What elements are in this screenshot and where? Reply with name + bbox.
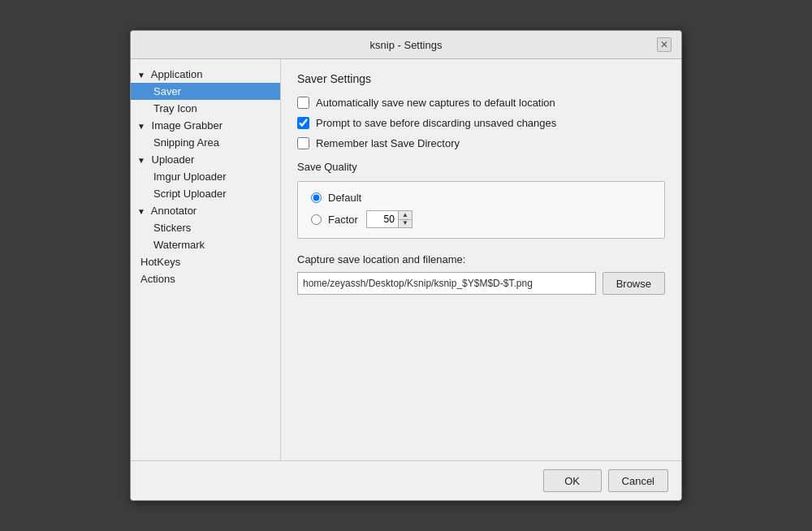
factor-radio-row: Factor 50 ▲ ▼ — [311, 210, 651, 228]
sidebar-item-watermark[interactable]: Watermark — [131, 236, 280, 253]
sidebar-item-label: Application — [151, 68, 203, 80]
dialog-footer: OK Cancel — [131, 460, 681, 500]
sidebar-item-imgur-uploader[interactable]: Imgur Uploader — [131, 168, 280, 185]
remember-dir-row: Remember last Save Directory — [297, 137, 665, 149]
save-quality-box: Default Factor 50 ▲ ▼ — [297, 181, 665, 239]
sidebar-item-label: Uploader — [152, 153, 195, 166]
sidebar-item-snipping-area[interactable]: Snipping Area — [131, 134, 280, 151]
sidebar-item-label: Actions — [140, 273, 175, 285]
sidebar-item-label: Snipping Area — [153, 136, 219, 149]
section-title: Saver Settings — [297, 72, 665, 85]
auto-save-checkbox[interactable] — [297, 97, 309, 109]
settings-dialog: ksnip - Settings ✕ ▼ Application Saver T… — [130, 30, 682, 501]
prompt-save-row: Prompt to save before discarding unsaved… — [297, 117, 665, 129]
sidebar-item-label: Tray Icon — [153, 102, 197, 114]
factor-label[interactable]: Factor — [328, 214, 358, 226]
auto-save-label[interactable]: Automatically save new captures to defau… — [316, 97, 555, 109]
capture-path-input[interactable]: home/zeyassh/Desktop/Ksnip/ksnip_$Y$M$D-… — [297, 272, 596, 295]
sidebar-item-annotator[interactable]: ▼ Annotator — [131, 202, 280, 219]
remember-dir-label[interactable]: Remember last Save Directory — [316, 137, 460, 149]
sidebar-item-saver[interactable]: Saver — [131, 83, 280, 100]
cancel-button[interactable]: Cancel — [608, 469, 668, 492]
save-quality-label: Save Quality — [297, 161, 665, 173]
factor-spinbox: 50 ▲ ▼ — [366, 210, 412, 228]
sidebar: ▼ Application Saver Tray Icon ▼ Image Gr… — [131, 59, 281, 460]
close-button[interactable]: ✕ — [657, 37, 672, 52]
auto-save-row: Automatically save new captures to defau… — [297, 97, 665, 109]
factor-radio[interactable] — [311, 214, 322, 225]
sidebar-item-label: Saver — [153, 85, 181, 97]
sidebar-item-actions[interactable]: Actions — [131, 270, 280, 287]
spinbox-down-button[interactable]: ▼ — [399, 220, 412, 228]
sidebar-item-label: Image Grabber — [152, 119, 222, 132]
arrow-icon: ▼ — [137, 207, 145, 216]
sidebar-item-application[interactable]: ▼ Application — [131, 66, 280, 83]
arrow-icon: ▼ — [137, 122, 145, 131]
default-label[interactable]: Default — [328, 192, 361, 204]
factor-input[interactable]: 50 — [366, 210, 399, 228]
default-radio[interactable] — [311, 192, 322, 203]
sidebar-item-uploader[interactable]: ▼ Uploader — [131, 151, 280, 168]
capture-row: home/zeyassh/Desktop/Ksnip/ksnip_$Y$M$D-… — [297, 272, 665, 295]
browse-button[interactable]: Browse — [603, 272, 665, 295]
content-panel: Saver Settings Automatically save new ca… — [281, 59, 681, 460]
sidebar-item-label: Watermark — [153, 239, 205, 251]
dialog-body: ▼ Application Saver Tray Icon ▼ Image Gr… — [131, 59, 681, 460]
sidebar-item-label: Imgur Uploader — [153, 171, 227, 183]
sidebar-item-image-grabber[interactable]: ▼ Image Grabber — [131, 117, 280, 134]
sidebar-item-label: HotKeys — [140, 256, 180, 268]
arrow-icon: ▼ — [137, 156, 145, 165]
sidebar-item-stickers[interactable]: Stickers — [131, 219, 280, 236]
sidebar-item-label: Stickers — [153, 222, 191, 234]
window-title: ksnip - Settings — [155, 39, 657, 51]
remember-dir-checkbox[interactable] — [297, 137, 309, 149]
arrow-icon: ▼ — [137, 71, 145, 80]
sidebar-item-tray-icon[interactable]: Tray Icon — [131, 100, 280, 117]
spinbox-buttons: ▲ ▼ — [399, 210, 412, 228]
spinbox-up-button[interactable]: ▲ — [399, 211, 412, 220]
sidebar-item-label: Script Uploader — [153, 188, 227, 200]
prompt-save-checkbox[interactable] — [297, 117, 309, 129]
sidebar-item-script-uploader[interactable]: Script Uploader — [131, 185, 280, 202]
ok-button[interactable]: OK — [543, 469, 602, 492]
prompt-save-label[interactable]: Prompt to save before discarding unsaved… — [316, 117, 556, 129]
sidebar-item-label: Annotator — [151, 205, 197, 217]
sidebar-item-hotkeys[interactable]: HotKeys — [131, 253, 280, 270]
titlebar: ksnip - Settings ✕ — [131, 31, 681, 59]
capture-label: Capture save location and filename: — [297, 253, 665, 266]
default-radio-row: Default — [311, 192, 651, 204]
